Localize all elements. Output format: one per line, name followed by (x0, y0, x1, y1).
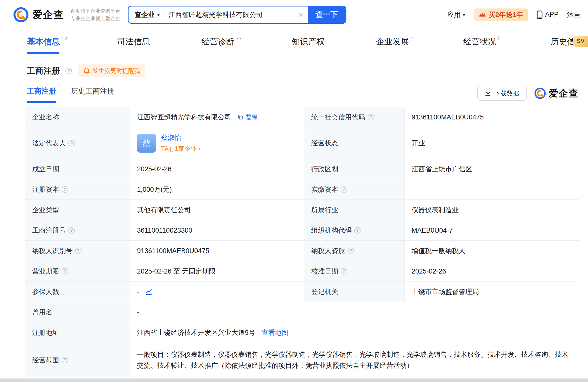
business-scope-text: 一般项目：仪器仪表制造，仪器仪表销售，光学仪器制造，光学仪器销售，光学玻璃制造，… (137, 349, 572, 371)
reg-capital-value: 1,000万(元) (130, 179, 304, 200)
field-label-text: 注册地址 (32, 328, 59, 338)
search-category-dropdown[interactable]: 查企业 ▾ (129, 10, 164, 19)
field-label-text: 核准日期 (311, 266, 338, 276)
change-reminder-button[interactable]: 发生变更时提醒我 (78, 64, 145, 77)
main-tabbar: 基本信息 12 司法信息 经营诊断 77 知识产权 企业发展 1 经营状况 2 … (0, 29, 588, 54)
tab-judicial-info[interactable]: 司法信息 (117, 29, 151, 54)
help-icon[interactable]: ? (347, 248, 354, 254)
legal-rep-name-link[interactable]: 蔡淑怡 (161, 133, 201, 143)
field-label: 曾用名 (25, 302, 130, 322)
field-label: 核准日期 ? (304, 261, 405, 282)
tab-label: 知识产权 (292, 36, 325, 47)
tab-operating-status[interactable]: 经营状况 2 (463, 29, 501, 54)
former-name-text: - (137, 307, 139, 317)
clear-search-icon[interactable]: × (298, 10, 303, 19)
district-value: 江西省上饶市广信区 (405, 159, 579, 179)
tab-company-development[interactable]: 企业发展 1 (376, 29, 414, 54)
apps-menu[interactable]: 应用 ▾ (447, 10, 465, 19)
approval-date-value: 2025-02-26 (405, 261, 579, 282)
district-text: 江西省上饶市广信区 (412, 164, 472, 174)
crown-icon (479, 11, 486, 18)
field-label-text: 企业名称 (32, 112, 59, 122)
subtabs-actions: 下载数据 爱企查 (477, 86, 579, 103)
aiqicha-company-page: 爱企查 百度旗下企业查询平台 专业查企业就上爱企查 查企业 ▾ × 查一下 应用… (0, 0, 588, 382)
field-label: 参保人数 (25, 282, 130, 302)
tab-badge: 12 (61, 36, 67, 42)
user-nickname[interactable]: 沐吉 (567, 10, 581, 19)
taxpayer-id-value: 91361100MAEB0U0475 (130, 241, 304, 261)
help-icon[interactable]: ? (368, 114, 374, 120)
business-term-text: 2025-02-26 至 无固定期限 (137, 266, 216, 276)
svip-corner-badge[interactable]: SV (573, 36, 588, 47)
field-label: 注册资本 ? (25, 179, 130, 200)
field-label: 行政区划 (304, 159, 405, 179)
business-term-value: 2025-02-26 至 无固定期限 (130, 261, 304, 282)
help-icon[interactable]: ? (65, 68, 72, 74)
help-icon[interactable]: ? (68, 140, 75, 146)
subtab-history-registration[interactable]: 历史工商注册 (71, 86, 114, 103)
field-label-text: 纳税人识别号 (32, 246, 73, 256)
field-label: 实缴资本 ? (304, 179, 405, 200)
tab-badge: 1 (411, 36, 414, 42)
copy-button[interactable]: 复制 (237, 112, 259, 122)
companies-link-text: TA有1家企业 (161, 144, 197, 154)
insured-count-text: - (137, 287, 139, 297)
tab-intellectual-property[interactable]: 知识产权 (292, 29, 326, 54)
field-label: 经营范围 ? (25, 343, 130, 377)
company-name-text: 江西智匠超精光学科技有限公司 (137, 112, 231, 122)
field-label-text: 企业类型 (32, 205, 59, 215)
help-icon[interactable]: ? (62, 357, 68, 363)
legal-rep-companies-link[interactable]: TA有1家企业 › (161, 144, 201, 154)
copy-label: 复制 (245, 112, 259, 122)
view-map-link[interactable]: 查看地图 (261, 328, 288, 338)
brand-watermark: 爱企查 (534, 87, 579, 100)
help-icon[interactable]: ? (75, 248, 82, 254)
tab-label: 经营状况 (463, 36, 496, 47)
org-code-text: MAEB0U04-7 (412, 225, 453, 235)
tab-label: 司法信息 (117, 36, 150, 47)
app-download[interactable]: APP (537, 10, 559, 19)
field-label-text: 工商注册号 (32, 225, 66, 235)
tab-basic-info[interactable]: 基本信息 12 (27, 29, 67, 54)
chevron-down-icon: ▾ (463, 12, 465, 18)
help-icon[interactable]: ? (62, 268, 68, 275)
field-label-text: 营业期限 (32, 266, 59, 276)
tab-business-diagnosis[interactable]: 经营诊断 77 (201, 29, 242, 54)
field-label-text: 成立日期 (32, 164, 59, 174)
registration-info-table: 企业名称 江西智匠超精光学科技有限公司 复制 统一社会信用代码 ? 913611… (25, 107, 579, 377)
reg-address-text: 江西省上饶经济技术开发区兴业大道9号 (137, 328, 255, 338)
help-icon[interactable]: ? (62, 186, 68, 193)
approval-date-text: 2025-02-26 (412, 266, 446, 276)
app-label: APP (545, 11, 559, 18)
field-label: 企业名称 (25, 107, 130, 127)
field-label: 纳税人识别号 ? (25, 241, 130, 261)
aiqicha-logo-icon (13, 7, 29, 23)
help-icon[interactable]: ? (354, 227, 361, 234)
credit-code-text: 91361100MAEB0U0475 (412, 112, 484, 122)
trend-chart-icon[interactable] (145, 288, 152, 295)
field-label: 组织机构代码 ? (304, 220, 405, 241)
site-logo[interactable]: 爱企查 (13, 7, 64, 23)
chevron-down-icon: ▾ (157, 12, 160, 18)
field-label: 工商注册号 ? (25, 220, 130, 241)
help-icon[interactable]: ? (68, 227, 75, 234)
paid-capital-value: - (405, 179, 579, 200)
field-label-text: 行政区划 (311, 164, 338, 174)
download-data-button[interactable]: 下载数据 (477, 86, 527, 101)
tagline-line2: 专业查企业就上爱企查 (70, 15, 120, 22)
legal-rep-avatar[interactable]: 蔡 (137, 134, 156, 153)
tagline-line1: 百度旗下企业查询平台 (70, 7, 120, 15)
paid-capital-text: - (412, 185, 414, 194)
company-name-value: 江西智匠超精光学科技有限公司 复制 (130, 107, 304, 127)
insured-count-value: - (130, 282, 304, 302)
field-label-text: 组织机构代码 (311, 225, 352, 235)
field-label-text: 所属行业 (311, 205, 338, 215)
help-icon[interactable]: ? (341, 268, 347, 275)
promo-badge[interactable]: 买2年送1年 (474, 8, 528, 21)
help-icon[interactable]: ? (341, 186, 347, 193)
search-button[interactable]: 查一下 (308, 6, 346, 23)
reg-number-value: 361100110023300 (130, 220, 304, 241)
reg-number-text: 361100110023300 (137, 225, 192, 235)
subtab-business-registration[interactable]: 工商注册 (27, 86, 56, 103)
search-input[interactable] (168, 11, 294, 18)
